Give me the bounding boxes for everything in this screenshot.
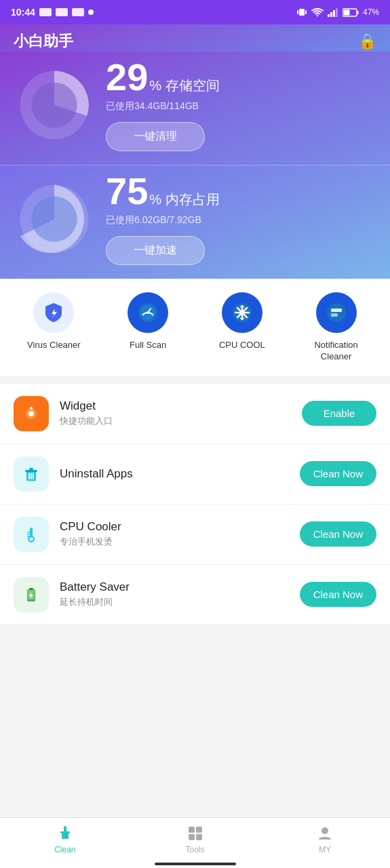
notification-cleaner-icon-wrap (316, 292, 357, 333)
cpu-cooler-text: CPU Cooler 专治手机发烫 (60, 520, 289, 548)
tool-full-scan[interactable]: Full Scan (101, 292, 195, 363)
status-right: 47% (296, 7, 379, 18)
nav-tools[interactable]: Tools (130, 825, 260, 854)
svg-rect-5 (333, 10, 335, 17)
speedometer-icon (137, 302, 159, 323)
list-item-battery: Battery Saver 延长待机时间 Clean Now (0, 565, 390, 625)
nav-my[interactable]: MY (260, 825, 390, 854)
svg-point-16 (147, 311, 149, 314)
storage-info: 29 % 存储空间 已使用34.4GB/114GB 一键清理 (106, 58, 376, 151)
svg-rect-45 (27, 536, 30, 537)
memory-info: 75 % 内存占用 已使用6.02GB/7.92GB 一键加速 (106, 172, 376, 265)
tool-grid: Virus Cleaner Full Scan (0, 279, 390, 377)
wifi-icon (311, 7, 324, 17)
list-section: Widget 快捷功能入口 Enable Uninstall Apps Clea… (0, 384, 390, 625)
notification-icon (326, 302, 347, 323)
tool-cpu-cool[interactable]: CPU COOL (195, 292, 290, 363)
storage-percent: 29 (106, 58, 148, 96)
svg-rect-29 (331, 313, 338, 317)
trash-icon (22, 465, 41, 484)
lock-icon[interactable]: 🔒 (358, 33, 376, 50)
shield-lightning-icon (43, 302, 64, 323)
svg-rect-8 (357, 11, 358, 14)
thermometer-icon (22, 525, 41, 544)
svg-point-46 (29, 537, 33, 541)
cpu-cooler-clean-button[interactable]: Clean Now (300, 521, 376, 547)
storage-clean-button[interactable]: 一键清理 (106, 122, 205, 151)
home-indicator (155, 863, 236, 865)
memory-detail: 已使用6.02GB/7.92GB (106, 214, 376, 226)
svg-rect-0 (299, 9, 305, 16)
snowflake-icon (231, 302, 253, 323)
battery-saver-icon-wrap (14, 577, 49, 612)
memory-pie-chart (14, 178, 95, 260)
svg-rect-3 (328, 14, 330, 17)
svg-rect-36 (29, 468, 33, 470)
battery-subtitle: 延长待机时间 (60, 596, 289, 608)
full-scan-label: Full Scan (130, 340, 166, 351)
widget-icon (22, 404, 41, 423)
svg-rect-2 (305, 10, 307, 14)
svg-rect-4 (330, 12, 332, 17)
svg-rect-53 (189, 827, 195, 833)
svg-point-32 (28, 411, 34, 416)
battery-clean-button[interactable]: Clean Now (300, 582, 376, 607)
battery-title: Battery Saver (60, 580, 289, 594)
svg-point-57 (321, 827, 328, 834)
svg-rect-43 (27, 532, 30, 533)
cpu-cool-icon-wrap (222, 292, 262, 333)
svg-rect-42 (31, 528, 32, 538)
svg-rect-51 (60, 831, 70, 833)
storage-section: 29 % 存储空间 已使用34.4GB/114GB 一键清理 (0, 52, 390, 165)
battery-text: Battery Saver 延长待机时间 (60, 580, 289, 608)
nav-tools-label: Tools (186, 845, 205, 854)
tool-virus-cleaner[interactable]: Virus Cleaner (7, 292, 101, 363)
storage-pie-chart (14, 64, 95, 146)
person-icon (316, 825, 334, 842)
widget-icon-wrap (14, 396, 49, 431)
list-item-widget: Widget 快捷功能入口 Enable (0, 384, 390, 444)
virus-cleaner-label: Virus Cleaner (27, 340, 81, 351)
battery-icon (343, 8, 359, 17)
widget-enable-button[interactable]: Enable (302, 401, 376, 426)
mail-icon-3 (72, 8, 84, 16)
cpu-cooler-icon-wrap (14, 517, 49, 552)
list-item-cpu-cooler: CPU Cooler 专治手机发烫 Clean Now (0, 505, 390, 565)
memory-unit: % (149, 192, 161, 208)
app-title: 小白助手 (14, 31, 73, 52)
nav-clean[interactable]: Clean (0, 825, 130, 854)
widget-subtitle: 快捷功能入口 (60, 415, 291, 427)
memory-boost-button[interactable]: 一键加速 (106, 236, 205, 265)
svg-rect-44 (27, 534, 30, 535)
cpu-cool-label: CPU COOL (219, 340, 265, 351)
svg-point-26 (240, 311, 244, 315)
storage-label: 存储空间 (165, 77, 220, 95)
app-header: 小白助手 🔒 (0, 24, 390, 52)
memory-label: 内存占用 (165, 191, 220, 209)
uninstall-clean-button[interactable]: Clean Now (300, 461, 376, 486)
time-text: 10:44 (11, 7, 35, 18)
cpu-cooler-title: CPU Cooler (60, 520, 289, 534)
broom-icon (56, 825, 74, 842)
uninstall-text: Uninstall Apps (60, 467, 289, 481)
svg-rect-1 (297, 10, 298, 14)
virus-cleaner-icon-wrap (33, 292, 74, 333)
svg-rect-28 (331, 309, 342, 312)
widget-text: Widget 快捷功能入口 (60, 399, 291, 427)
memory-section: 75 % 内存占用 已使用6.02GB/7.92GB 一键加速 (0, 165, 390, 279)
tools-grid-icon (187, 825, 204, 842)
svg-rect-55 (189, 834, 195, 840)
svg-rect-48 (29, 588, 33, 590)
battery-text: 47% (363, 7, 379, 17)
storage-unit: % (149, 78, 161, 94)
svg-rect-56 (196, 834, 202, 840)
mail-icon-1 (39, 8, 52, 16)
list-item-uninstall: Uninstall Apps Clean Now (0, 444, 390, 505)
svg-rect-35 (25, 470, 37, 472)
notification-cleaner-label: NotificationCleaner (314, 340, 357, 363)
cpu-cooler-subtitle: 专治手机发烫 (60, 536, 289, 548)
uninstall-title: Uninstall Apps (60, 467, 289, 481)
tool-notification-cleaner[interactable]: NotificationCleaner (289, 292, 383, 363)
status-bar: 10:44 47% (0, 0, 390, 24)
nav-clean-label: Clean (54, 845, 75, 854)
